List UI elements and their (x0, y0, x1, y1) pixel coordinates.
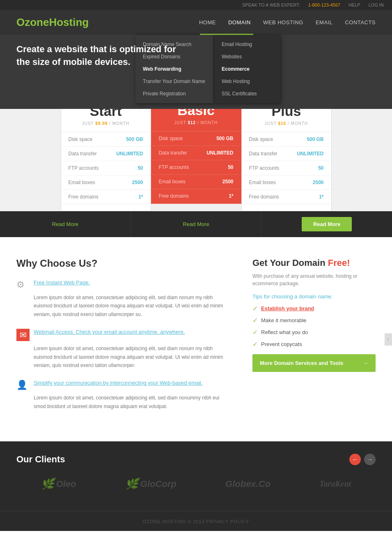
email-dropdown: Email Hosting Websites Ecommerce Web Hos… (214, 35, 280, 103)
domain-free-section: Get Your Domain Free! With purchase of a… (252, 258, 376, 421)
clients-nav: ← → (349, 454, 376, 465)
feature-3-header: 👤 Simplify your communication by interco… (16, 380, 232, 390)
client-logo-globex: Globex.Co (225, 479, 271, 489)
client-logo-glocorp: 🌿 GloCorp (125, 478, 177, 490)
feature-item-3: 👤 Simplify your communication by interco… (16, 380, 232, 411)
plus-price: JUST $15 / MONTH (246, 121, 327, 126)
top-bar: SPEAK TO A WEB EXPERT: 1-800-123-4567 HE… (0, 0, 392, 10)
tip-3-check: ✓ (252, 328, 258, 336)
feature-3-icon: 👤 (16, 380, 30, 390)
clients-next-button[interactable]: → (364, 454, 376, 465)
client-logo-tarakent: TaraKent (319, 479, 351, 489)
phone-number[interactable]: 1-800-123-4567 (308, 2, 340, 7)
clients-header: Our Clients ← → (16, 454, 376, 465)
start-price: JUST $9.99 / MONTH (65, 121, 147, 126)
tip-4-check: ✓ (252, 340, 258, 348)
email-dd-item-2[interactable]: Websites (214, 51, 280, 63)
tip-3-label: Reflect what you do (261, 329, 308, 335)
nav-contacts[interactable]: CONTACTS (345, 17, 376, 28)
basic-ftp: FTP accounts50 (151, 160, 241, 175)
start-domains: Free domains1* (61, 190, 151, 204)
domain-services-button[interactable]: More Domain Services and Tools → (252, 354, 376, 372)
tip-4-label: Prevent copycats (261, 341, 302, 347)
feature-2-icon: ✉ (16, 329, 30, 341)
domain-free-title: Get Your Domain Free! (252, 258, 376, 268)
why-choose-section: Why Choose Us? ⚙ Free Instant Web Page. … (16, 258, 232, 421)
feature-1-text: Lorem ipsum dolor sit amet, consectetuer… (34, 293, 232, 318)
clients-title: Our Clients (16, 454, 65, 465)
tip-1: ✓ Establish your brand (252, 305, 376, 312)
feature-1-title[interactable]: Free Instant Web Page. (34, 279, 90, 286)
logo-green: Ozone (16, 16, 49, 28)
basic-disk: Disk space500 GB (151, 132, 241, 146)
domain-dd-item-5[interactable]: Private Registration (135, 88, 213, 100)
plus-features: Disk space500 GB Data transferUNLIMITED … (242, 132, 331, 204)
logo[interactable]: OzoneHosting (16, 16, 89, 29)
oleo-icon: 🌿 (41, 478, 54, 490)
feature-2-title[interactable]: Webmail Access. Check your email account… (34, 329, 185, 335)
nav-home[interactable]: HOME (199, 17, 216, 28)
feature-3-text: Lorem ipsum dolor sit amet, consectetuer… (34, 394, 232, 411)
read-more-start: Read More (0, 211, 131, 237)
help-link[interactable]: HELP (348, 2, 360, 7)
start-features: Disk space500 GB Data transferUNLIMITED … (61, 132, 151, 204)
clients-logos: 🌿 Oleo 🌿 GloCorp Globex.Co TaraKent (16, 478, 376, 490)
basic-features: Disk space500 GB Data transferUNLIMITED … (151, 132, 241, 203)
login-link[interactable]: LOG IN (369, 2, 384, 7)
feature-item-1: ⚙ Free Instant Web Page. Lorem ipsum dol… (16, 279, 232, 318)
domain-dd-item-4[interactable]: Transfer Your Domain Name (135, 75, 213, 88)
plus-domains: Free domains1* (242, 190, 331, 204)
pricing-cards: Start JUST $9.99 / MONTH Disk space500 G… (33, 92, 359, 211)
feature-1-icon: ⚙ (16, 279, 30, 290)
tip-4: ✓ Prevent copycats (252, 340, 376, 348)
read-more-bar: Read More Read More Read More (0, 211, 392, 237)
feature-1-header: ⚙ Free Instant Web Page. (16, 279, 232, 290)
basic-email: Email boxes2500 (151, 175, 241, 189)
tip-2: ✓ Make it memorable (252, 316, 376, 324)
plus-disk: Disk space500 GB (242, 132, 331, 147)
logo-white: Hosting (49, 16, 89, 28)
dropdown-area: Domain Name Search Expired Domains Web F… (0, 35, 392, 109)
clients-section: Our Clients ← → 🌿 Oleo 🌿 GloCorp Globex.… (0, 441, 392, 511)
client-logo-oleo: 🌿 Oleo (41, 478, 76, 490)
tarakent-name: TaraKent (319, 479, 351, 488)
nav-email[interactable]: EMAIL (316, 17, 333, 28)
basic-price: JUST $12 / MONTH (156, 120, 237, 125)
nav-web-hosting[interactable]: WEB HOSTING (263, 17, 303, 28)
domain-free-desc: With purchase of any annual website, hos… (252, 272, 376, 287)
email-dd-item-3[interactable]: Ecommerce (214, 63, 280, 75)
why-choose-title: Why Choose Us? (16, 258, 232, 269)
glocorp-icon: 🌿 (125, 478, 138, 490)
plus-email: Email boxes2500 (242, 175, 331, 190)
read-more-start-link[interactable]: Read More (52, 221, 78, 227)
read-more-basic: Read More (131, 211, 262, 237)
scroll-indicator: › (385, 333, 392, 346)
main-nav: HOME DOMAIN WEB HOSTING EMAIL CONTACTS (199, 17, 376, 28)
nav-domain[interactable]: DOMAIN (228, 17, 251, 28)
tip-2-label: Make it memorable (261, 317, 307, 323)
clients-prev-button[interactable]: ← (349, 454, 361, 465)
start-transfer: Data transferUNLIMITED (61, 147, 151, 161)
tips-title: Tips for choosing a domain name: (252, 293, 376, 300)
domain-btn-label: More Domain Services and Tools (260, 360, 343, 366)
basic-transfer: Data transferUNLIMITED (151, 146, 241, 160)
pricing-card-start: Start JUST $9.99 / MONTH Disk space500 G… (61, 92, 151, 211)
email-dd-item-4[interactable]: Web Hosting (214, 75, 280, 88)
hero-content: Create a website that is optimized for t… (16, 43, 189, 69)
footer: OZONE HOSTING © 2012 PRIVACY POLICY (0, 511, 392, 531)
tip-1-label[interactable]: Establish your brand (261, 305, 314, 311)
tip-1-check: ✓ (252, 305, 258, 312)
read-more-basic-link[interactable]: Read More (183, 221, 209, 227)
tip-2-check: ✓ (252, 316, 258, 324)
read-more-plus: Read More (261, 211, 392, 237)
feature-3-title[interactable]: Simplify your communication by interconn… (34, 380, 203, 386)
feature-2-header: ✉ Webmail Access. Check your email accou… (16, 329, 232, 341)
glocorp-name: GloCorp (140, 479, 177, 489)
feature-2-text: Lorem ipsum dolor sit amet, consectetuer… (34, 344, 232, 369)
email-dd-item-1[interactable]: Email Hosting (214, 38, 280, 51)
start-ftp: FTP accounts50 (61, 161, 151, 175)
read-more-plus-button[interactable]: Read More (302, 217, 352, 231)
globex-name: Globex.Co (225, 479, 271, 489)
email-dd-item-5[interactable]: SSL Certificates (214, 88, 280, 100)
plus-transfer: Data transferUNLIMITED (242, 147, 331, 161)
